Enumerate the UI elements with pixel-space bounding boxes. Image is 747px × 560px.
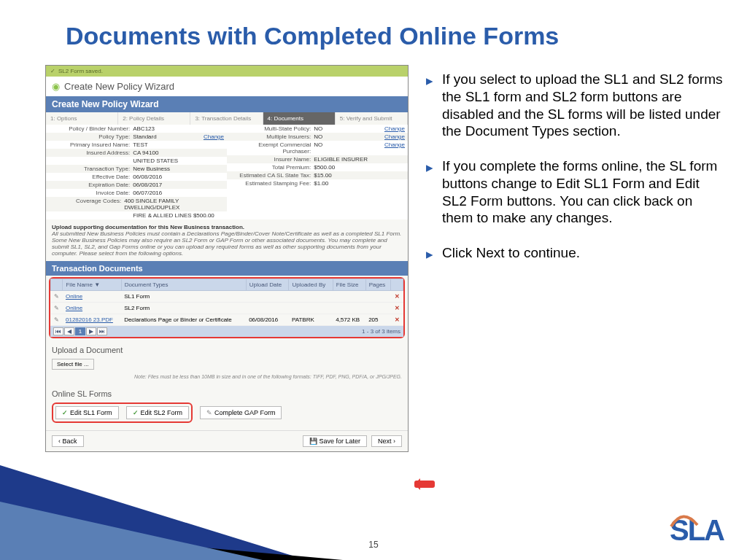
- step-documents[interactable]: 4: Documents: [263, 112, 336, 125]
- upload-note-text: All submitted New Business Policies must…: [52, 230, 401, 257]
- step-options[interactable]: 1: Options: [46, 112, 118, 125]
- table-header[interactable]: File Size: [333, 279, 365, 291]
- table-header[interactable]: Pages: [365, 279, 391, 291]
- highlight-sl-buttons: ✓Edit SL1 Form ✓Edit SL2 Form: [52, 402, 193, 423]
- edit-icon[interactable]: ✎: [54, 316, 59, 323]
- app-screenshot: ✓SL2 Form saved. ◉Create New Policy Wiza…: [45, 65, 409, 452]
- detail-value: 06/08/2017: [133, 182, 162, 188]
- doc-type: Declarations Page or Binder or Certifica…: [121, 314, 246, 326]
- detail-row: Exempt Commercial Purchaser:NOChange: [227, 141, 408, 155]
- detail-value: 06/07/2016: [133, 190, 162, 196]
- table-header[interactable]: [51, 279, 63, 291]
- decorative-triangle: [0, 502, 263, 560]
- highlight-table: File Name ▼Document TypesUpload DateUplo…: [49, 277, 405, 338]
- detail-label: Multi-State Policy:: [230, 125, 314, 132]
- delete-icon[interactable]: ✕: [391, 303, 403, 314]
- detail-label: Invoice Date:: [49, 190, 133, 196]
- edit-sl1-button[interactable]: ✓Edit SL1 Form: [55, 406, 119, 419]
- table-header[interactable]: Document Types: [121, 279, 246, 291]
- change-link[interactable]: Change: [384, 141, 405, 155]
- detail-label: Policy / Binder Number:: [49, 125, 133, 132]
- upload-title: Upload supporting documentation for this…: [52, 224, 244, 230]
- detail-value: ABC123: [133, 125, 155, 132]
- file-link[interactable]: Online: [66, 305, 82, 311]
- detail-value: FIRE & ALLIED LINES $500.00: [133, 212, 214, 219]
- delete-icon[interactable]: ✕: [391, 314, 403, 326]
- bullet-1: If you select to upload the SL1 and SL2 …: [426, 71, 725, 140]
- detail-row: Primary Insured Name:TEST: [46, 141, 227, 149]
- table-row: ✎01282016 23.PDFDeclarations Page or Bin…: [51, 314, 403, 326]
- wizard-steps: 1: Options 2: Policy Details 3: Transact…: [46, 112, 408, 125]
- check-icon: ✓: [62, 409, 68, 416]
- table-row: ✎OnlineSL2 Form✕: [51, 303, 403, 314]
- detail-label: Estimated CA SL State Tax:: [230, 172, 314, 179]
- detail-row: Transaction Type:New Business: [46, 165, 227, 173]
- pager-status: 1 - 3 of 3 items: [362, 328, 400, 335]
- detail-value: CA 94100: [133, 149, 158, 156]
- next-button[interactable]: Next ›: [371, 435, 402, 447]
- change-link[interactable]: Change: [204, 133, 224, 140]
- wizard-footer: ‹ Back 💾 Save for Later Next ›: [46, 430, 408, 451]
- change-link[interactable]: Change: [384, 133, 405, 140]
- change-link[interactable]: Change: [384, 125, 405, 132]
- upload-document-heading: Upload a Document: [46, 340, 408, 356]
- details-right: Multi-State Policy:NOChangeMultiple Insu…: [227, 125, 408, 219]
- check-icon: ✓: [50, 68, 55, 74]
- complete-gap-button[interactable]: ✎Complete GAP Form: [200, 406, 282, 419]
- detail-label: [49, 212, 133, 219]
- detail-value: $15.00: [314, 172, 331, 179]
- detail-row: Invoice Date:06/07/2016: [46, 189, 227, 197]
- table-pager[interactable]: ⏮ ◀ 1 ▶ ⏭ 1 - 3 of 3 items: [50, 326, 403, 337]
- table-header[interactable]: Upload Date: [246, 279, 289, 291]
- detail-label: Insured Address:: [49, 149, 133, 156]
- pager-last-icon[interactable]: ⏭: [97, 327, 107, 335]
- detail-label: Effective Date:: [49, 174, 133, 180]
- detail-value: NO: [314, 125, 322, 132]
- file-link[interactable]: 01282016 23.PDF: [66, 316, 113, 323]
- detail-value: Standard: [133, 133, 156, 140]
- wizard-header: ◉Create New Policy Wizard: [46, 77, 408, 96]
- pager-next-icon[interactable]: ▶: [86, 327, 96, 335]
- step-transaction-details[interactable]: 3: Transaction Details: [190, 112, 263, 125]
- detail-label: Multiple Insurers:: [230, 133, 314, 140]
- detail-row: Estimated Stamping Fee:$1.00: [227, 179, 408, 187]
- detail-label: Coverage Codes:: [49, 198, 124, 211]
- detail-row: FIRE & ALLIED LINES $500.00: [46, 211, 227, 219]
- select-file-button[interactable]: Select file ...: [52, 359, 94, 370]
- red-arrow-annotation: [414, 481, 435, 488]
- detail-row: Insurer Name:ELIGIBLE INSURER: [227, 155, 408, 163]
- detail-row: Effective Date:06/08/2016: [46, 173, 227, 181]
- table-header[interactable]: File Name ▼: [63, 279, 121, 291]
- formats-note: Note: Files must be less than 10MB in si…: [46, 373, 408, 384]
- edit-icon[interactable]: ✎: [54, 293, 59, 300]
- detail-value: UNITED STATES: [133, 158, 178, 164]
- detail-row: Policy Type:StandardChange: [46, 133, 227, 141]
- save-for-later-button[interactable]: 💾 Save for Later: [303, 435, 367, 447]
- online-sl-forms-heading: Online SL Forms: [46, 384, 408, 400]
- delete-icon[interactable]: ✕: [391, 291, 403, 303]
- detail-row: Multiple Insurers:NOChange: [227, 133, 408, 141]
- detail-label: Total Premium:: [230, 164, 314, 171]
- detail-label: Expiration Date:: [49, 182, 133, 188]
- doc-type: SL2 Form: [121, 303, 246, 314]
- edit-icon[interactable]: ✎: [54, 305, 59, 311]
- wizard-title-bar: Create New Policy Wizard: [46, 96, 408, 112]
- edit-sl2-button[interactable]: ✓Edit SL2 Form: [126, 406, 190, 419]
- table-row: ✎OnlineSL1 Form✕: [51, 291, 403, 303]
- back-button[interactable]: ‹ Back: [52, 435, 84, 447]
- detail-label: Primary Insured Name:: [49, 141, 133, 148]
- table-header[interactable]: [391, 279, 403, 291]
- page-number: 15: [368, 540, 378, 550]
- detail-value: 400 SINGLE FAMILY DWELLING/DUPLEX: [124, 198, 224, 211]
- detail-row: Estimated CA SL State Tax:$15.00: [227, 171, 408, 179]
- file-link[interactable]: Online: [66, 293, 82, 300]
- pager-first-icon[interactable]: ⏮: [53, 327, 63, 335]
- detail-row: Total Premium:$500.00: [227, 163, 408, 171]
- slide-bullets: If you select to upload the SL1 and SL2 …: [426, 65, 725, 452]
- pager-prev-icon[interactable]: ◀: [64, 327, 74, 335]
- pager-page-1[interactable]: 1: [75, 327, 85, 335]
- step-policy-details[interactable]: 2: Policy Details: [118, 112, 190, 125]
- wizard-icon: ◉: [52, 81, 60, 92]
- table-header[interactable]: Uploaded By: [289, 279, 333, 291]
- detail-value: ELIGIBLE INSURER: [314, 156, 368, 163]
